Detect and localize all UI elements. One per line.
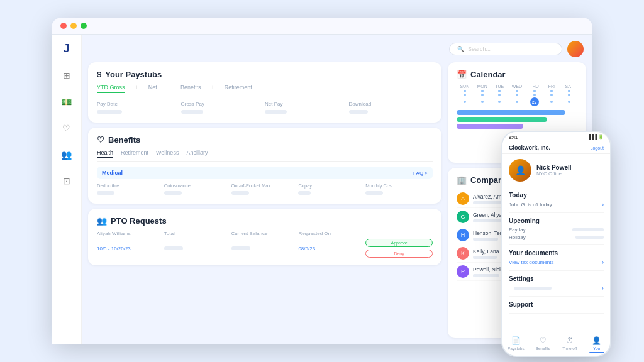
phone-upcoming-item-1: Holiday: [509, 234, 592, 240]
phone-section-upcoming: Upcoming Payday Holiday: [509, 213, 592, 245]
tab-health[interactable]: Health: [97, 150, 113, 158]
deny-button[interactable]: Deny: [365, 250, 433, 258]
benefits-title: ♡ Benefits: [97, 135, 433, 145]
cal-header-sat: SAT: [561, 84, 577, 89]
phone-today-text: John G. is off today: [509, 202, 552, 207]
dir-avatar-1: G: [457, 211, 469, 223]
phone-nav-timeoff[interactable]: ⏱ Time off: [557, 336, 584, 344]
tab-retirement[interactable]: Retirement: [225, 84, 252, 93]
paystubs-tabs: YTD Gross + Net + Benefits + Retirement: [97, 84, 433, 96]
maximize-dot[interactable]: [80, 23, 87, 29]
phone-user-location: NYC Office: [536, 171, 572, 177]
sidebar: J ⊞ 💵 ♡ 👥 ⊡: [52, 35, 82, 344]
minimize-dot[interactable]: [70, 23, 77, 29]
close-dot[interactable]: [60, 23, 67, 29]
phone-profile: 👤 Nick Powell NYC Office: [502, 154, 592, 187]
sidebar-item-pto[interactable]: ⊡: [58, 172, 75, 190]
phone-user-avatar: 👤: [509, 159, 531, 182]
phone-upcoming-text-1: Holiday: [509, 234, 526, 240]
search-placeholder: Search...: [468, 46, 491, 52]
phone-section-settings: Settings ›: [509, 271, 592, 297]
phone-upcoming-text-0: Payday: [509, 227, 526, 233]
sidebar-item-benefits[interactable]: ♡: [58, 119, 75, 137]
phone-docs-item[interactable]: View tax documents ›: [509, 259, 592, 266]
dir-avatar-3: K: [457, 247, 469, 260]
cal-bar-1: [457, 110, 565, 115]
cal-bar-3: [457, 124, 523, 129]
phone-nav-icon-you: 👤: [592, 336, 592, 344]
sidebar-item-directory[interactable]: 👥: [58, 146, 75, 163]
pto-icon: 👥: [97, 216, 107, 226]
paystubs-icon: $: [97, 70, 101, 79]
pto-card: 👥 PTO Requests Aliyah Williams Total Cur…: [88, 209, 441, 265]
medical-bar: Medical FAQ >: [97, 167, 433, 179]
phone-status-bar: 9:41 ▐▐▐ 🔋: [502, 132, 592, 142]
search-bar[interactable]: 🔍 Search...: [449, 43, 562, 55]
phone-nav-paystubs[interactable]: 📄 Paystubs: [502, 336, 530, 344]
calendar-title: 📅 Calendar: [457, 70, 577, 79]
phone-frame: 9:41 ▐▐▐ 🔋 Clockwork, Inc. Logout 👤 Nick…: [501, 131, 592, 344]
benefits-icon: ♡: [97, 135, 104, 145]
pto-date-range: 10/5 - 10/20/23: [97, 246, 164, 251]
cal-bar-2: [457, 117, 547, 122]
phone-nav-benefits[interactable]: ♡ Benefits: [530, 336, 557, 344]
phone-docs-link[interactable]: View tax documents: [509, 260, 553, 265]
tab-net[interactable]: Net: [148, 84, 157, 93]
phone-section-support: Support: [509, 297, 592, 314]
phone-topbar: Clockwork, Inc. Logout: [502, 142, 592, 154]
phone-section-today: Today John G. is off today ›: [509, 187, 592, 213]
phone-settings-title: Settings: [509, 275, 592, 282]
cal-header-sun: SUN: [457, 84, 473, 89]
phone-nav-icon-timeoff: ⏱: [566, 336, 574, 344]
cal-header-thu: THU: [526, 84, 543, 89]
tab-benefits[interactable]: Benefits: [180, 84, 201, 93]
user-avatar[interactable]: [567, 41, 584, 57]
dir-avatar-4: P: [457, 265, 469, 278]
phone-signal-icon: ▐▐▐ 🔋: [587, 134, 592, 140]
faq-link[interactable]: FAQ >: [413, 170, 428, 176]
approve-button[interactable]: Approve: [365, 239, 433, 247]
directory-icon: 🏢: [457, 175, 467, 185]
browser-titlebar: [52, 18, 592, 35]
browser-content: J ⊞ 💵 ♡ 👥 ⊡ 🔍 Search...: [52, 35, 592, 344]
sidebar-logo: J: [63, 42, 69, 55]
calendar-bars: [457, 110, 577, 129]
phone-company-name: Clockwork, Inc.: [509, 145, 550, 151]
phone-logout-button[interactable]: Logout: [591, 146, 592, 150]
cal-header-wed: WED: [509, 84, 525, 89]
paystubs-row-1: [97, 109, 433, 115]
pto-requested-on: 08/5/23: [298, 246, 365, 251]
top-bar: 🔍 Search...: [88, 41, 586, 57]
phone-settings-item[interactable]: ›: [509, 285, 592, 292]
phone-nav-you[interactable]: 👤 You: [583, 336, 592, 344]
pto-row-1: 10/5 - 10/20/23 08/5/23 Approve Deny: [97, 239, 433, 258]
dir-name-4: Powell, Nick: [473, 266, 502, 273]
sidebar-item-paystubs[interactable]: 💵: [58, 93, 75, 111]
left-col: $ Your Paystubs YTD Gross + Net + Benefi…: [88, 62, 441, 338]
phone-section-documents: Your documents View tax documents ›: [509, 245, 592, 271]
dir-name-1: Green, Aliyah: [473, 212, 505, 218]
medical-label: Medical: [102, 170, 123, 176]
paystubs-card: $ Your Paystubs YTD Gross + Net + Benefi…: [88, 62, 441, 123]
search-icon: 🔍: [457, 46, 464, 52]
tab-retirement-benefits[interactable]: Retirement: [121, 150, 148, 158]
phone-upcoming-title: Upcoming: [509, 217, 592, 224]
benefits-card: ♡ Benefits Health Retirement Wellness An…: [88, 128, 441, 204]
phone-today-item: John G. is off today ›: [509, 201, 592, 208]
tab-ancillary[interactable]: Ancillary: [186, 150, 208, 158]
tab-wellness[interactable]: Wellness: [156, 150, 179, 158]
benefits-header: Deductible Coinsurance Out-of-Pocket Max…: [97, 183, 433, 189]
dir-name-3: Kelly, Lana: [473, 248, 499, 255]
cal-header-mon: MON: [474, 84, 491, 89]
phone-support-title: Support: [509, 301, 592, 308]
sidebar-item-dashboard[interactable]: ⊞: [58, 67, 75, 84]
phone-nav-icon-paystubs: 📄: [511, 336, 521, 344]
tab-ytd-gross[interactable]: YTD Gross: [97, 84, 125, 93]
phone-docs-title: Your documents: [509, 250, 592, 256]
cal-header-tue: TUE: [491, 84, 508, 89]
phone-today-title: Today: [509, 192, 592, 199]
pto-header: Aliyah Williams Total Current Balance Re…: [97, 231, 433, 236]
phone-nav-icon-benefits: ♡: [540, 336, 547, 344]
cal-today: 22: [530, 97, 539, 106]
phone-scroll[interactable]: Today John G. is off today › Upcoming Pa…: [502, 187, 592, 332]
